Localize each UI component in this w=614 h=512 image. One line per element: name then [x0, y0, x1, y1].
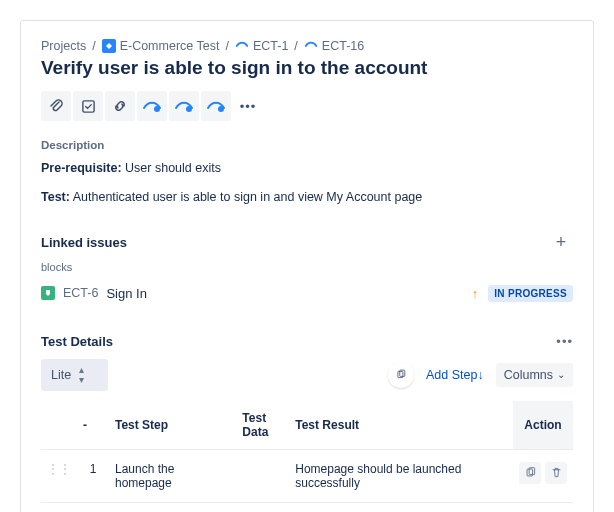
- description-body[interactable]: Pre-requisite: User should exits Test: A…: [41, 159, 573, 207]
- table-row: ⋮⋮2Click on "Sign In" buttonUser should …: [41, 502, 573, 512]
- create-subtask-button[interactable]: [73, 91, 103, 121]
- select-caret-icon: ▴▾: [79, 365, 84, 385]
- data-cell[interactable]: [236, 449, 289, 502]
- story-icon: [235, 39, 249, 53]
- step-number: 2: [77, 502, 109, 512]
- story-icon: [304, 39, 318, 53]
- copy-steps-button[interactable]: [388, 362, 414, 388]
- data-cell[interactable]: [236, 502, 289, 512]
- more-actions-button[interactable]: •••: [233, 91, 263, 121]
- columns-button[interactable]: Columns ⌄: [496, 363, 573, 387]
- chevron-down-icon: ⌄: [557, 369, 565, 380]
- col-action: Action: [513, 401, 573, 450]
- project-avatar-icon: [102, 39, 116, 53]
- copy-step-button[interactable]: [519, 462, 541, 484]
- step-cell[interactable]: Click on "Sign In" button: [109, 502, 236, 512]
- test-text: Authenticated user is able to sign in an…: [73, 190, 423, 204]
- test-label: Test:: [41, 190, 70, 204]
- linked-issues-header: Linked issues +: [41, 231, 573, 255]
- page-title[interactable]: Verify user is able to sign in to the ac…: [41, 57, 573, 79]
- attach-button[interactable]: [41, 91, 71, 121]
- step-cell[interactable]: Launch the homepage: [109, 449, 236, 502]
- step-number: 1: [77, 449, 109, 502]
- issue-actions-toolbar: •••: [41, 91, 573, 121]
- svg-point-2: [154, 106, 160, 112]
- add-step-button[interactable]: Add Step↓: [418, 363, 492, 387]
- status-badge: IN PROGRESS: [488, 285, 573, 302]
- table-row: ⋮⋮1Launch the homepageHomepage should be…: [41, 449, 573, 502]
- zephyr-action-2-button[interactable]: [169, 91, 199, 121]
- breadcrumb-parent[interactable]: ECT-1: [253, 39, 288, 53]
- breadcrumb-root[interactable]: Projects: [41, 39, 86, 53]
- test-steps-table: - Test Step Test Data Test Result Action…: [41, 401, 573, 513]
- zephyr-action-1-button[interactable]: [137, 91, 167, 121]
- description-heading: Description: [41, 139, 573, 151]
- col-result: Test Result: [289, 401, 513, 450]
- story-issuetype-icon: [41, 286, 55, 300]
- breadcrumb-key[interactable]: ECT-16: [322, 39, 364, 53]
- priority-icon: ↑: [472, 286, 479, 301]
- prereq-label: Pre-requisite:: [41, 161, 122, 175]
- drag-handle-icon[interactable]: ⋮⋮: [47, 462, 71, 476]
- view-mode-select[interactable]: Lite ▴▾: [41, 359, 108, 391]
- test-details-more-button[interactable]: •••: [556, 334, 573, 349]
- svg-point-3: [186, 106, 192, 112]
- col-data: Test Data: [236, 401, 289, 450]
- zephyr-action-3-button[interactable]: [201, 91, 231, 121]
- linked-issues-heading: Linked issues: [41, 235, 127, 250]
- link-relationship-label: blocks: [41, 261, 573, 273]
- breadcrumb-project[interactable]: E-Commerce Test: [120, 39, 220, 53]
- col-step: Test Step: [109, 401, 236, 450]
- add-link-button[interactable]: +: [549, 231, 573, 255]
- prereq-text: User should exits: [125, 161, 221, 175]
- delete-step-button[interactable]: [545, 462, 567, 484]
- link-issue-button[interactable]: [105, 91, 135, 121]
- svg-point-4: [218, 106, 224, 112]
- linked-issue-key: ECT-6: [63, 286, 98, 300]
- view-mode-label: Lite: [51, 368, 71, 382]
- col-order: -: [77, 401, 109, 450]
- linked-issue-title: Sign In: [106, 286, 471, 301]
- result-cell-wrap[interactable]: User should be navigated to Sign In page: [289, 502, 513, 512]
- test-details-controls: Lite ▴▾ Add Step↓ Columns ⌄: [41, 359, 573, 391]
- test-details-header: Test Details •••: [41, 334, 573, 349]
- result-cell-wrap[interactable]: Homepage should be launched successfully: [289, 449, 513, 502]
- breadcrumb: Projects / E-Commerce Test / ECT-1 / ECT…: [41, 39, 573, 53]
- linked-issue-row[interactable]: ECT-6 Sign In ↑ IN PROGRESS: [41, 279, 573, 308]
- issue-panel: Projects / E-Commerce Test / ECT-1 / ECT…: [20, 20, 594, 512]
- test-details-heading: Test Details: [41, 334, 113, 349]
